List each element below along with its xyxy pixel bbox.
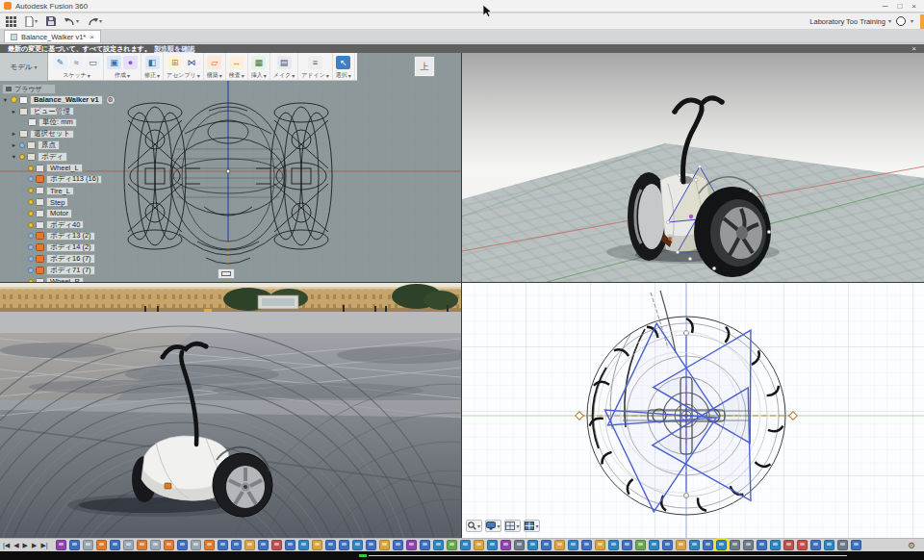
toolbar-group-label[interactable]: アセンブリ▾ (167, 71, 200, 80)
timeline-feature-icon[interactable] (420, 540, 430, 550)
spline-icon[interactable]: ≈ (69, 56, 84, 69)
timeline-feature-icon[interactable] (676, 540, 686, 550)
timeline-feature-icon[interactable] (123, 540, 134, 550)
timeline-feature-icon[interactable] (69, 540, 80, 550)
timeline-feature-icon[interactable] (298, 540, 309, 550)
browser-node-label[interactable]: ボディ16 (7) (46, 254, 95, 264)
expand-arrow-icon[interactable]: ▸ (11, 108, 17, 115)
timeline-feature-icon[interactable] (851, 540, 861, 550)
browser-node-label[interactable]: ボディ (38, 152, 67, 162)
construct-plane-icon[interactable]: ▱ (207, 56, 221, 69)
display-settings-button[interactable]: ▾ (485, 520, 501, 532)
timeline-feature-icon[interactable] (406, 540, 417, 550)
sphere-icon[interactable]: ● (123, 56, 138, 69)
timeline-feature-icon[interactable] (393, 540, 403, 550)
account-menu-button[interactable]: Laboratory Too Training ▾ (809, 17, 891, 26)
browser-node-label[interactable]: Wheel_R (46, 277, 84, 282)
timeline-feature-icon[interactable] (649, 540, 659, 550)
timeline-feature-icon[interactable] (271, 540, 282, 550)
timeline-feature-icon[interactable] (487, 540, 498, 550)
browser-node[interactable]: ボディ13 (2) (2, 231, 117, 242)
timeline-feature-icon[interactable] (716, 540, 727, 550)
notification-link[interactable]: 製造順を確認 (154, 44, 194, 54)
browser-node[interactable]: Motor (2, 208, 117, 219)
browser-node-label[interactable]: ボディ40 (46, 220, 84, 230)
visibility-bulb-icon[interactable] (28, 222, 34, 228)
timeline-feature-icon[interactable] (231, 540, 242, 550)
viewport-top-right-shaded[interactable] (462, 53, 924, 282)
toolbar-group-label[interactable]: 挿入▾ (251, 71, 267, 80)
undo-button[interactable]: ▾ (64, 17, 79, 26)
browser-node-label[interactable]: Tire_L (46, 187, 74, 196)
timeline-settings-gear-icon[interactable]: ⚙ (908, 541, 921, 550)
root-node-label[interactable]: Balance_Walker v1 (30, 95, 103, 105)
go-to-start-button[interactable]: |◀ (3, 542, 10, 548)
expand-arrow-icon[interactable]: ▾ (2, 96, 9, 104)
visibility-bulb-icon[interactable] (28, 176, 34, 182)
timeline-feature-icon[interactable] (312, 540, 322, 550)
timeline-feature-icon[interactable] (218, 540, 228, 550)
browser-node[interactable]: ▸選択セット (2, 128, 117, 140)
workspace-selector[interactable]: モデル▾ (0, 53, 48, 81)
visibility-bulb-icon[interactable] (28, 244, 34, 250)
toolbar-group-label[interactable]: メイク▾ (273, 71, 295, 80)
visibility-bulb-icon[interactable] (28, 267, 34, 273)
toolbar-group-2[interactable]: ▣●作成▾ (104, 53, 141, 80)
browser-node[interactable]: Wheel_L (2, 163, 117, 174)
tab-close-icon[interactable]: × (90, 33, 94, 41)
expand-arrow-icon[interactable]: ▸ (11, 141, 17, 149)
viewport-bottom-left-render[interactable] (0, 283, 461, 538)
toolbar-group-label[interactable]: 作成▾ (115, 71, 130, 80)
browser-node[interactable]: ボディ14 (2) (2, 242, 117, 253)
timeline-feature-icon[interactable] (204, 540, 215, 550)
data-panel-button[interactable] (6, 16, 16, 27)
fillet-icon[interactable]: ◧ (145, 56, 160, 69)
timeline-feature-icon[interactable] (460, 540, 471, 550)
browser-node-label[interactable]: Step (46, 197, 68, 207)
document-settings-gear-icon[interactable]: ⚙ (106, 95, 116, 105)
timeline-feature-icon[interactable] (797, 540, 808, 550)
expand-arrow-icon[interactable]: ▾ (11, 153, 17, 161)
timeline-feature-icon[interactable] (191, 540, 201, 550)
browser-node-label[interactable]: 単位: mm (38, 118, 77, 128)
browser-node[interactable]: Tire_L (2, 185, 117, 196)
measure-icon[interactable]: ↔ (229, 56, 244, 69)
timeline-feature-icon[interactable] (164, 540, 174, 550)
toolbar-group-label[interactable]: 検査▾ (229, 71, 244, 80)
timeline-feature-icon[interactable] (730, 540, 740, 550)
timeline-feature-icon[interactable] (757, 540, 767, 550)
toolbar-group-label[interactable]: 構築▾ (207, 71, 222, 80)
zoom-tools-button[interactable]: ▾ (466, 520, 482, 532)
make-icon[interactable]: ▤ (277, 56, 292, 69)
tab-balance-walker[interactable]: Balance_Walker v1* × (4, 30, 101, 42)
create-sketch-icon[interactable]: ✎ (53, 56, 67, 69)
timeline-feature-icon[interactable] (258, 540, 269, 550)
toolbar-group-label[interactable]: 修正▾ (144, 71, 160, 80)
viewport-top-left-wireframe[interactable]: モデル▾ ✎≈▭スケッチ▾▣●作成▾◧修正▾⊞⋈アセンブリ▾▱構築▾↔検査▾▦挿… (0, 53, 461, 282)
toolbar-group-label[interactable]: アドイン▾ (301, 71, 329, 80)
redo-button[interactable]: ▾ (88, 17, 102, 26)
browser-node[interactable]: 単位: mm (2, 117, 117, 129)
timeline-feature-icon[interactable] (635, 540, 646, 550)
maximize-button[interactable]: □ (897, 2, 902, 11)
play-button[interactable]: ▶ (23, 542, 28, 548)
browser-node[interactable]: ボディ71 (7) (2, 265, 117, 276)
browser-node[interactable]: ボディ16 (7) (2, 253, 117, 265)
timeline-feature-icon[interactable] (474, 540, 484, 550)
select-cursor-icon[interactable]: ↖ (336, 56, 350, 69)
timeline-feature-icon[interactable] (433, 540, 444, 550)
timeline-feature-icon[interactable] (285, 540, 295, 550)
timeline-feature-icon[interactable] (622, 540, 632, 550)
expand-arrow-icon[interactable]: ▸ (11, 130, 17, 138)
toolbar-group-1[interactable]: ✎≈▭スケッチ▾ (50, 53, 104, 80)
visibility-bulb-icon[interactable] (19, 142, 25, 148)
notification-close-icon[interactable]: × (911, 44, 916, 53)
timeline-feature-icon[interactable] (56, 540, 66, 550)
grid-snap-button[interactable]: ▾ (504, 520, 521, 532)
browser-node-label[interactable]: ボディ13 (2) (46, 232, 95, 242)
browser-root-node[interactable]: ▾Balance_Walker v1⚙ (2, 94, 117, 106)
viewport-layout-button[interactable]: ▾ (524, 520, 540, 532)
browser-node[interactable]: ボディ40 (2, 219, 117, 231)
visibility-bulb-icon[interactable] (28, 165, 34, 171)
timeline-feature-icon[interactable] (689, 540, 700, 550)
